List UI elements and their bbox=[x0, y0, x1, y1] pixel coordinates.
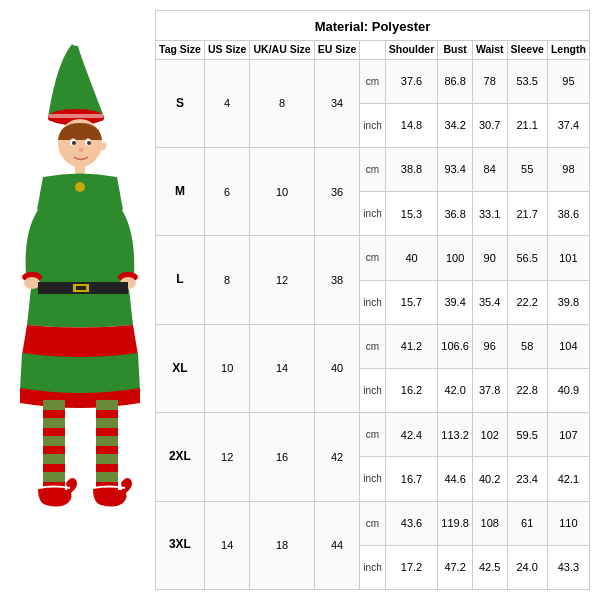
measurement-cell: 108 bbox=[472, 501, 507, 545]
measurement-cell: 16.7 bbox=[385, 457, 438, 501]
svg-rect-29 bbox=[96, 446, 118, 454]
measurement-cell: 84 bbox=[472, 148, 507, 192]
measurement-cell: 40.9 bbox=[547, 368, 589, 412]
unit-inch-cell: inch bbox=[360, 192, 385, 236]
measurement-cell: 113.2 bbox=[438, 413, 473, 457]
us-size-cell: 6 bbox=[204, 148, 250, 236]
us-size-cell: 8 bbox=[204, 236, 250, 324]
measurement-cell: 61 bbox=[507, 501, 547, 545]
svg-rect-21 bbox=[43, 410, 65, 418]
measurement-cell: 96 bbox=[472, 324, 507, 368]
unit-inch-cell: inch bbox=[360, 457, 385, 501]
costume-image-section bbox=[10, 10, 155, 590]
material-header: Material: Polyester bbox=[155, 10, 590, 40]
eu-size-cell: 38 bbox=[314, 236, 360, 324]
svg-point-9 bbox=[87, 141, 91, 145]
unit-cm-cell: cm bbox=[360, 236, 385, 280]
unit-inch-cell: inch bbox=[360, 545, 385, 589]
svg-rect-4 bbox=[48, 114, 104, 118]
measurement-cell: 44.6 bbox=[438, 457, 473, 501]
table-row: S4834cm37.686.87853.595 bbox=[156, 59, 590, 103]
measurement-cell: 38.8 bbox=[385, 148, 438, 192]
eu-size-cell: 40 bbox=[314, 324, 360, 412]
measurement-cell: 35.4 bbox=[472, 280, 507, 324]
tag-size-cell: L bbox=[156, 236, 205, 324]
header-length: Length bbox=[547, 41, 589, 60]
measurement-cell: 53.5 bbox=[507, 59, 547, 103]
measurement-cell: 106.6 bbox=[438, 324, 473, 368]
unit-inch-cell: inch bbox=[360, 103, 385, 147]
svg-rect-22 bbox=[43, 428, 65, 436]
unit-cm-cell: cm bbox=[360, 324, 385, 368]
measurement-cell: 58 bbox=[507, 324, 547, 368]
us-size-cell: 14 bbox=[204, 501, 250, 589]
tag-size-cell: 3XL bbox=[156, 501, 205, 589]
measurement-cell: 102 bbox=[472, 413, 507, 457]
measurement-cell: 42.0 bbox=[438, 368, 473, 412]
measurement-cell: 47.2 bbox=[438, 545, 473, 589]
unit-cm-cell: cm bbox=[360, 59, 385, 103]
ukau-size-cell: 18 bbox=[250, 501, 314, 589]
us-size-cell: 4 bbox=[204, 59, 250, 147]
measurement-cell: 86.8 bbox=[438, 59, 473, 103]
table-row: 3XL141844cm43.6119.810861110 bbox=[156, 501, 590, 545]
header-waist: Waist bbox=[472, 41, 507, 60]
header-tag-size: Tag Size bbox=[156, 41, 205, 60]
measurement-cell: 15.3 bbox=[385, 192, 438, 236]
table-row: L81238cm401009056.5101 bbox=[156, 236, 590, 280]
table-row: 2XL121642cm42.4113.210259.5107 bbox=[156, 413, 590, 457]
measurement-cell: 30.7 bbox=[472, 103, 507, 147]
measurement-cell: 39.8 bbox=[547, 280, 589, 324]
measurement-cell: 17.2 bbox=[385, 545, 438, 589]
measurement-cell: 42.4 bbox=[385, 413, 438, 457]
header-eu-size: EU Size bbox=[314, 41, 360, 60]
measurement-cell: 16.2 bbox=[385, 368, 438, 412]
unit-cm-cell: cm bbox=[360, 501, 385, 545]
ukau-size-cell: 8 bbox=[250, 59, 314, 147]
measurement-cell: 22.8 bbox=[507, 368, 547, 412]
size-table-section: Material: Polyester Tag Size US Size UK/… bbox=[155, 10, 590, 590]
svg-rect-28 bbox=[96, 428, 118, 436]
measurement-cell: 59.5 bbox=[507, 413, 547, 457]
measurement-cell: 15.7 bbox=[385, 280, 438, 324]
measurement-cell: 104 bbox=[547, 324, 589, 368]
eu-size-cell: 36 bbox=[314, 148, 360, 236]
unit-cm-cell: cm bbox=[360, 413, 385, 457]
measurement-cell: 110 bbox=[547, 501, 589, 545]
measurement-cell: 37.4 bbox=[547, 103, 589, 147]
ukau-size-cell: 10 bbox=[250, 148, 314, 236]
svg-point-14 bbox=[24, 277, 40, 289]
elf-costume-illustration bbox=[18, 35, 148, 565]
svg-point-10 bbox=[78, 148, 83, 152]
us-size-cell: 10 bbox=[204, 324, 250, 412]
header-unit bbox=[360, 41, 385, 60]
tag-size-cell: XL bbox=[156, 324, 205, 412]
measurement-cell: 98 bbox=[547, 148, 589, 192]
measurement-cell: 21.1 bbox=[507, 103, 547, 147]
measurement-cell: 33.1 bbox=[472, 192, 507, 236]
svg-rect-30 bbox=[96, 464, 118, 472]
unit-cm-cell: cm bbox=[360, 148, 385, 192]
measurement-cell: 36.8 bbox=[438, 192, 473, 236]
size-chart-table: Tag Size US Size UK/AU Size EU Size Shou… bbox=[155, 40, 590, 590]
measurement-cell: 40.2 bbox=[472, 457, 507, 501]
svg-point-12 bbox=[75, 182, 85, 192]
measurement-cell: 38.6 bbox=[547, 192, 589, 236]
table-row: M61036cm38.893.4845598 bbox=[156, 148, 590, 192]
header-us-size: US Size bbox=[204, 41, 250, 60]
measurement-cell: 40 bbox=[385, 236, 438, 280]
us-size-cell: 12 bbox=[204, 413, 250, 501]
svg-rect-19 bbox=[76, 286, 86, 290]
tag-size-cell: M bbox=[156, 148, 205, 236]
measurement-cell: 23.4 bbox=[507, 457, 547, 501]
table-row: XL101440cm41.2106.69658104 bbox=[156, 324, 590, 368]
header-ukau-size: UK/AU Size bbox=[250, 41, 314, 60]
svg-point-8 bbox=[72, 141, 76, 145]
svg-rect-24 bbox=[43, 464, 65, 472]
measurement-cell: 34.2 bbox=[438, 103, 473, 147]
measurement-cell: 55 bbox=[507, 148, 547, 192]
tag-size-cell: 2XL bbox=[156, 413, 205, 501]
measurement-cell: 22.2 bbox=[507, 280, 547, 324]
measurement-cell: 39.4 bbox=[438, 280, 473, 324]
ukau-size-cell: 14 bbox=[250, 324, 314, 412]
